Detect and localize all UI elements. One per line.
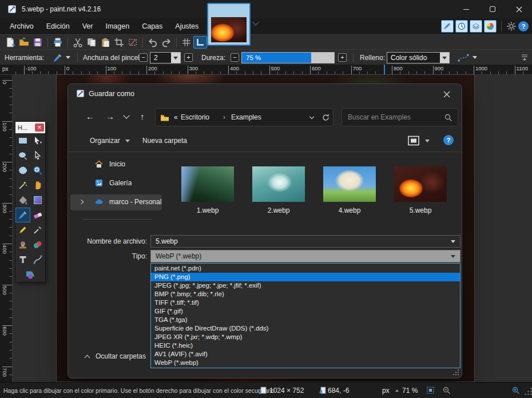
magic-wand-tool[interactable]	[15, 178, 30, 193]
sidebar-item-inicio[interactable]: Inicio	[68, 156, 164, 173]
dialog-close-button[interactable]	[440, 89, 454, 100]
eraser-tool[interactable]	[30, 208, 45, 222]
filetype-option[interactable]: TGA (*.tga)	[151, 316, 460, 324]
zoom-in-icon[interactable]	[511, 386, 520, 395]
filetype-option[interactable]: Superficie de DirectDraw (DDS) (*.dds)	[151, 324, 460, 333]
paint-bucket-tool[interactable]	[15, 193, 30, 208]
spline-dropdown-chevron-icon[interactable]	[473, 56, 477, 59]
deselect-button[interactable]	[126, 36, 140, 49]
file-item-5.webp[interactable]: 5.webp	[394, 166, 447, 214]
paste-button[interactable]	[98, 36, 112, 49]
filetype-option[interactable]: WebP (*.webp)	[151, 359, 460, 367]
filetype-option[interactable]: PNG (*.png)	[151, 273, 460, 281]
filetype-option[interactable]: JPEG (*.jpg; *.jpeg; *.jpe; *.jfif; *.ex…	[151, 281, 460, 290]
history-panel-toggle[interactable]	[455, 20, 468, 33]
view-mode-icon[interactable]	[407, 135, 420, 146]
shapes-tool[interactable]	[23, 267, 38, 282]
brush-width-combobox[interactable]: 2	[150, 52, 181, 63]
nav-up-button[interactable]: ↑	[140, 112, 145, 121]
window-resize-grip[interactable]	[524, 387, 532, 396]
hardness-increase-button[interactable]: +	[338, 53, 347, 62]
search-input[interactable]	[348, 112, 439, 122]
image-list-chevron-icon[interactable]	[252, 21, 260, 27]
dropdown-resize-grip[interactable]	[452, 369, 459, 376]
search-box[interactable]	[342, 108, 458, 126]
nav-forward-button[interactable]: →	[106, 112, 114, 121]
maximize-button[interactable]	[479, 0, 506, 18]
fill-style-dropdown-icon[interactable]	[440, 53, 449, 63]
cut-button[interactable]	[71, 36, 85, 49]
paintbrush-tool[interactable]	[15, 208, 30, 222]
address-bar[interactable]: « Escritorio › Examples	[155, 108, 334, 126]
new-file-button[interactable]	[3, 36, 17, 49]
current-tool-brush-icon[interactable]	[53, 53, 63, 63]
zoom-to-window-icon[interactable]	[426, 386, 435, 395]
open-folder-button[interactable]	[17, 36, 31, 49]
image-tab[interactable]	[207, 3, 251, 46]
filetype-option[interactable]: HEIC (*.heic)	[151, 341, 460, 350]
menu-capas[interactable]: Capas	[136, 19, 169, 33]
refresh-icon[interactable]	[321, 113, 330, 122]
filename-chevron-icon[interactable]	[451, 240, 455, 243]
clone-stamp-tool[interactable]	[15, 237, 30, 252]
brush-width-decrease-button[interactable]: −	[139, 53, 148, 62]
file-item-4.webp[interactable]: 4.webp	[323, 166, 376, 214]
view-mode-chevron-icon[interactable]	[425, 140, 430, 142]
hardness-decrease-button[interactable]: −	[231, 53, 239, 62]
expander-chevron-icon[interactable]	[79, 200, 84, 204]
overflow-options-icon[interactable]	[521, 53, 529, 61]
sidebar-item-galer-a[interactable]: Galería	[68, 175, 164, 192]
menu-archivo[interactable]: Archivo	[3, 19, 40, 33]
filetype-option[interactable]: JPEG XR (*.jxr; *.wdp; *.wmp)	[151, 333, 460, 341]
tools-panel-toggle[interactable]	[441, 20, 454, 33]
filetype-combobox[interactable]: WebP (*.webp)	[150, 250, 460, 262]
search-icon[interactable]	[444, 113, 452, 122]
settings-gear-icon[interactable]	[506, 21, 517, 31]
menu-imagen[interactable]: Imagen	[99, 19, 136, 33]
close-button[interactable]	[506, 0, 532, 18]
filetype-option[interactable]: AV1 (AVIF) (*.avif)	[151, 350, 460, 359]
filename-combobox[interactable]: 5.webp	[150, 235, 460, 248]
tools-palette-titlebar[interactable]: H... ✕	[15, 122, 45, 133]
undo-button[interactable]	[146, 36, 160, 49]
address-dropdown-chevron-icon[interactable]	[309, 114, 314, 119]
menu-edición[interactable]: Edición	[40, 19, 76, 33]
save-button[interactable]	[31, 36, 45, 49]
brush-width-increase-button[interactable]: +	[184, 53, 193, 62]
pencil-tool[interactable]	[15, 222, 30, 237]
file-item-1.webp[interactable]: 1.webp	[181, 166, 234, 214]
zoom-level-value[interactable]: 71 %	[402, 387, 418, 395]
color-picker-tool[interactable]	[30, 222, 45, 237]
move-selection-tool[interactable]	[30, 148, 45, 163]
rectangle-select-tool[interactable]	[15, 133, 30, 148]
brush-width-dropdown-icon[interactable]	[171, 53, 180, 63]
nav-back-button[interactable]: ←	[86, 112, 94, 121]
lasso-select-tool[interactable]	[15, 148, 30, 163]
pan-tool[interactable]	[30, 178, 45, 193]
copy-button[interactable]	[85, 36, 98, 49]
minimize-button[interactable]	[453, 0, 479, 18]
ruler-button[interactable]	[193, 36, 207, 49]
gradient-tool[interactable]	[30, 193, 45, 208]
print-button[interactable]	[51, 36, 65, 49]
breadcrumb-examples[interactable]: Examples	[231, 113, 261, 121]
new-folder-button[interactable]: Nueva carpeta	[142, 137, 187, 145]
grid-button[interactable]	[180, 36, 193, 49]
filetype-option[interactable]: BMP (*.bmp; *.dib; *.rle)	[151, 290, 460, 298]
breadcrumb-escritorio[interactable]: Escritorio	[181, 113, 209, 121]
spline-mode-icon[interactable]	[458, 53, 469, 63]
ellipse-select-tool[interactable]	[15, 163, 30, 178]
redo-button[interactable]	[160, 36, 173, 49]
filetype-option[interactable]: TIFF (*.tiff; *.tif)	[151, 298, 460, 307]
line-curve-tool[interactable]	[30, 252, 45, 267]
menu-ver[interactable]: Ver	[76, 19, 100, 33]
filetype-chevron-icon[interactable]	[451, 255, 455, 258]
layers-panel-toggle[interactable]	[470, 20, 482, 33]
hardness-slider[interactable]: 75 %	[241, 52, 335, 63]
nav-recent-chevron-icon[interactable]	[123, 112, 129, 118]
breadcrumb-collapse[interactable]: «	[174, 113, 178, 121]
status-unit[interactable]: px	[382, 387, 390, 395]
filetype-option[interactable]: GIF (*.gif)	[151, 307, 460, 316]
zoom-out-icon[interactable]	[442, 386, 451, 395]
tools-palette-close-button[interactable]: ✕	[35, 124, 44, 132]
